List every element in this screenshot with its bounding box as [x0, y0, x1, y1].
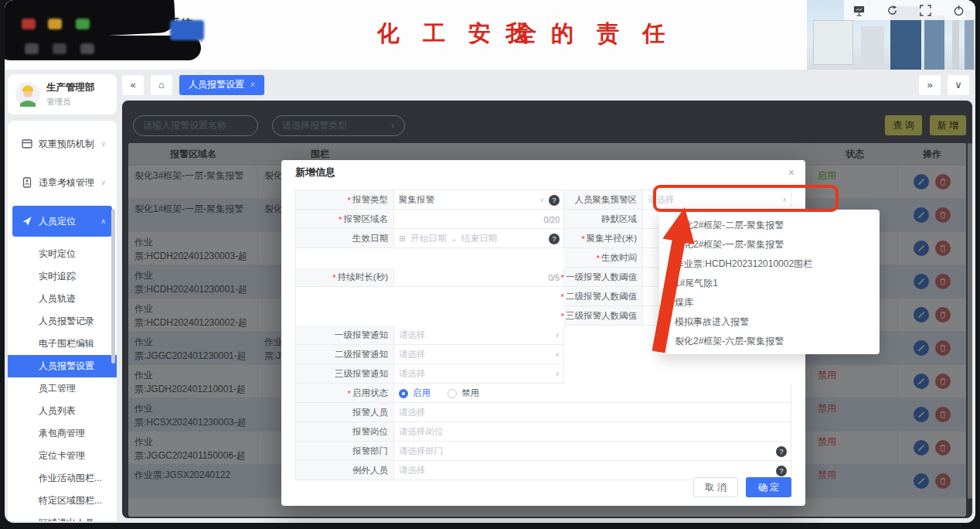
app-window: 安全生产信息化系统 safety production information …: [5, 0, 975, 523]
tab-label: 人员报警设置: [189, 78, 244, 91]
chevron-down-icon: ∨: [100, 179, 106, 186]
sidebar-subitem[interactable]: 人员列表: [8, 400, 117, 422]
user-role: 管理员: [46, 97, 95, 108]
duration-input[interactable]: 0/5: [394, 268, 564, 287]
sidebar-scrollbar[interactable]: [111, 209, 115, 363]
photo-building: [813, 20, 853, 65]
chevron-down-icon: ∨: [100, 140, 106, 148]
sidebar-subitem[interactable]: 电子围栏编辑: [8, 333, 117, 355]
help-icon[interactable]: ?: [549, 234, 560, 244]
redacted-dot: [25, 43, 39, 54]
chevron-down-icon: ∨: [539, 196, 544, 203]
area-name-input[interactable]: 0/20: [394, 210, 564, 229]
sidebar-subitem[interactable]: 承包商管理: [8, 422, 117, 445]
help-icon[interactable]: ?: [776, 466, 787, 476]
alarm-type-label: 报警类型: [352, 194, 388, 206]
notify3-select[interactable]: 请选择∨: [394, 364, 564, 384]
avatar: [15, 82, 40, 107]
power-icon[interactable]: [953, 5, 965, 16]
user-card: 生产管理部 管理员: [8, 74, 117, 114]
post-label: 报警岗位: [352, 426, 388, 438]
radius-label: 聚集半径(米): [587, 233, 637, 244]
radio-enabled-label[interactable]: 启用: [413, 387, 430, 399]
sidebar-item-label: 违章考核管理: [39, 176, 94, 189]
sidebar-subitem[interactable]: 人员轨迹: [8, 288, 117, 310]
tab-personnel-alarm-settings[interactable]: 人员报警设置 ×: [179, 75, 264, 95]
notify3-label: 三级报警通知: [335, 368, 388, 380]
sidebar-subitem[interactable]: 人员报警记录: [8, 310, 117, 333]
notify1-label: 一级报警通知: [335, 329, 388, 341]
date-label: 生效日期: [352, 233, 388, 244]
person-select[interactable]: 请选择: [394, 403, 791, 422]
sidebar-menu: 双重预防机制 ∨ 违章考核管理 ∨ 人员定位 ∧ 实时定位实时追踪人员轨迹人员报…: [8, 121, 117, 521]
photo-structure: [924, 15, 944, 70]
date-range-picker[interactable]: ⊞开始日期-结束日期?: [394, 229, 564, 248]
redacted-dot: [53, 43, 66, 54]
radio-disabled[interactable]: [447, 389, 457, 398]
app-header: 安全生产信息化系统 safety production information …: [5, 0, 975, 70]
chevron-down-icon: ∨: [555, 370, 560, 377]
collapse-sidebar-button[interactable]: «: [122, 75, 144, 95]
sidebar-item-label: 人员定位: [39, 215, 76, 228]
alarm-type-field[interactable]: 聚集报警∨?: [394, 190, 564, 210]
chevron-down-icon: ∨: [555, 332, 560, 339]
document-icon: [22, 177, 32, 188]
silent-area-label: 静默区域: [601, 213, 637, 225]
threshold2-label: 二级报警人数阈值: [566, 291, 637, 302]
photo-tank: [861, 26, 884, 70]
window-dot-red: [22, 19, 36, 29]
sidebar-item-label: 双重预防机制: [39, 138, 94, 151]
radio-disabled-label[interactable]: 禁用: [461, 387, 479, 399]
time-label: 生效时间: [601, 252, 637, 264]
duration-label: 持续时长(秒): [338, 271, 388, 283]
notify1-select[interactable]: 请选择∨: [394, 326, 564, 345]
sidebar-subitem[interactable]: 区域进出人员: [8, 512, 117, 521]
help-icon[interactable]: ?: [549, 195, 560, 206]
threshold3-label: 三级报警人数阈值: [566, 310, 637, 322]
sidebar-subitem[interactable]: 特定区域围栏...: [8, 490, 117, 512]
sidebar-subitem[interactable]: 员工管理: [8, 377, 117, 400]
refresh-icon[interactable]: [886, 5, 898, 16]
tab-bar: « ⌂ 人员报警设置 × » ∨: [122, 74, 972, 95]
topbar-icon-strip: [844, 0, 975, 20]
window-dot-yellow: [48, 19, 62, 29]
tab-menu-button[interactable]: ∨: [948, 75, 969, 95]
annotation-arrow: [638, 200, 716, 362]
navigation-icon: [22, 216, 32, 227]
sidebar-subitem[interactable]: 定位卡管理: [8, 445, 117, 467]
threshold1-label: 一级报警人数阈值: [566, 271, 637, 283]
cancel-button[interactable]: 取 消: [693, 477, 737, 497]
sidebar-subitem[interactable]: 实时定位: [8, 243, 117, 265]
sidebar-subitem[interactable]: 人员报警设置: [8, 355, 117, 377]
radio-enabled[interactable]: [399, 389, 408, 398]
redacted-blue-block: [170, 20, 204, 40]
sidebar-subitem[interactable]: 实时追踪: [8, 265, 117, 288]
dashboard-icon: [22, 138, 32, 149]
sidebar-subitem[interactable]: 作业活动围栏...: [8, 467, 117, 490]
modal-title: 新增信息: [281, 160, 805, 185]
chevron-down-icon: ∨: [555, 351, 560, 358]
area-name-label: 报警区域名: [344, 213, 389, 225]
redacted-dot: [80, 43, 94, 54]
enable-label: 启用状态: [352, 387, 388, 399]
notify2-label: 二级报警通知: [335, 349, 388, 360]
help-icon[interactable]: ?: [776, 446, 787, 457]
sidebar-item-double-prevention[interactable]: 双重预防机制 ∨: [12, 128, 112, 159]
tab-close-icon[interactable]: ×: [250, 80, 255, 89]
home-icon[interactable]: ⌂: [151, 75, 172, 95]
sidebar-item-personnel-positioning[interactable]: 人员定位 ∧: [12, 206, 112, 237]
fullscreen-icon[interactable]: [920, 5, 931, 16]
slogan-right: 我 的 责 任: [505, 19, 673, 49]
chevron-up-icon: ∧: [100, 217, 106, 225]
expand-tabs-button[interactable]: »: [919, 75, 941, 95]
notify2-select[interactable]: 请选择∨: [394, 345, 564, 364]
close-icon[interactable]: ×: [788, 166, 795, 179]
gather-area-label: 人员聚集预警区: [575, 194, 638, 206]
confirm-button[interactable]: 确 定: [746, 477, 791, 497]
sidebar-item-violation-assessment[interactable]: 违章考核管理 ∨: [12, 167, 112, 198]
person-label: 报警人员: [352, 407, 388, 418]
post-select[interactable]: 请选择岗位: [394, 422, 791, 442]
presentation-icon[interactable]: [853, 5, 865, 16]
dept-select[interactable]: 请选择部门?: [394, 442, 791, 461]
sidebar-submenu: 实时定位实时追踪人员轨迹人员报警记录电子围栏编辑人员报警设置员工管理人员列表承包…: [8, 243, 117, 521]
